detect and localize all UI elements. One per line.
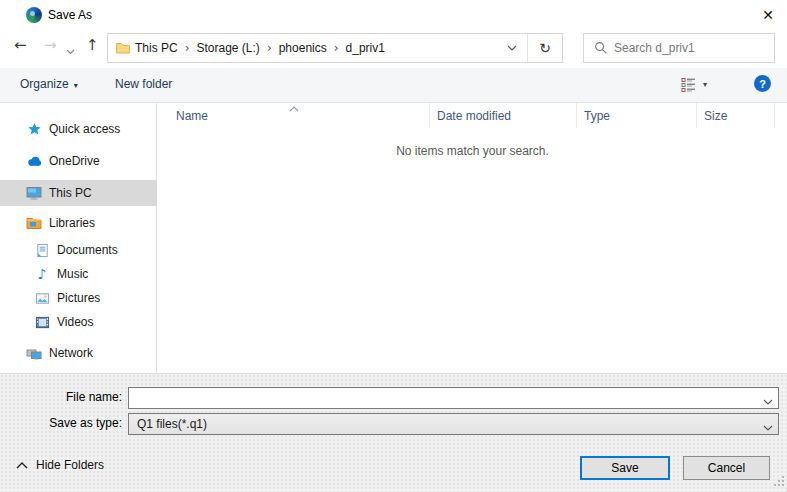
folder-icon[interactable] (115, 40, 131, 56)
sidebar-item-music[interactable]: ♪ Music (0, 262, 157, 286)
save-button[interactable]: Save (580, 456, 670, 480)
history-chevron-icon[interactable] (66, 44, 75, 58)
breadcrumb-storage-l[interactable]: Storage (L:) (193, 41, 264, 55)
help-icon[interactable]: ? (754, 75, 771, 92)
onedrive-cloud-icon (26, 153, 42, 169)
save-as-type-label: Save as type: (10, 416, 122, 430)
chevron-up-icon (16, 462, 28, 469)
file-name-input[interactable] (128, 387, 779, 409)
breadcrumb-d-priv1[interactable]: d_priv1 (342, 41, 389, 55)
sidebar-item-quick-access[interactable]: Quick access (0, 115, 157, 143)
sidebar-item-libraries[interactable]: Libraries (0, 210, 157, 236)
sidebar-item-label: Music (57, 267, 88, 281)
save-as-type-value: Q1 files(*.q1) (137, 417, 207, 431)
sort-ascending-icon (289, 101, 299, 115)
forward-icon[interactable]: → (44, 38, 57, 53)
column-header-date-modified[interactable]: Date modified (430, 103, 577, 128)
sidebar-item-label: Libraries (49, 216, 95, 230)
back-icon[interactable]: ← (14, 38, 27, 53)
organize-button[interactable]: Organize▾ (20, 77, 78, 91)
title-bar: Save As ✕ (0, 0, 787, 30)
music-note-icon: ♪ (34, 266, 50, 282)
column-header-row: Name Date modified Type Size (158, 103, 775, 128)
file-name-label: File name: (10, 390, 122, 404)
sidebar-item-label: Videos (57, 315, 93, 329)
hide-folders-label: Hide Folders (36, 458, 104, 472)
sidebar-item-videos[interactable]: Videos (0, 310, 157, 334)
hide-folders-button[interactable]: Hide Folders (16, 458, 104, 472)
column-header-size[interactable]: Size (697, 103, 775, 128)
sidebar-item-documents[interactable]: Documents (0, 238, 157, 262)
refresh-icon[interactable]: ↻ (528, 34, 562, 62)
resize-grip[interactable] (773, 475, 785, 490)
column-header-label: Size (704, 109, 727, 123)
videos-film-icon (34, 314, 50, 330)
save-as-type-combobox[interactable]: Q1 files(*.q1) (128, 413, 779, 435)
address-bar[interactable]: This PC › Storage (L:) › phoenics › d_pr… (107, 33, 563, 63)
address-dropdown-chevron-icon[interactable] (497, 45, 527, 51)
documents-icon (34, 242, 50, 258)
navigation-sidebar: Quick access OneDrive This PC Libraries (0, 103, 157, 373)
bottom-panel: File name: Save as type: Q1 files(*.q1) … (0, 373, 787, 492)
this-pc-monitor-icon (26, 185, 42, 201)
sidebar-item-this-pc[interactable]: This PC (0, 180, 157, 206)
organize-caret-icon: ▾ (74, 81, 78, 90)
app-icon (26, 7, 42, 23)
sidebar-item-onedrive[interactable]: OneDrive (0, 147, 157, 175)
empty-list-message: No items match your search. (158, 144, 787, 158)
view-caret-icon: ▾ (703, 80, 707, 89)
sidebar-item-pictures[interactable]: Pictures (0, 286, 157, 310)
new-folder-button[interactable]: New folder (115, 77, 172, 91)
sidebar-item-label: This PC (49, 186, 92, 200)
sidebar-item-label: Documents (57, 243, 118, 257)
search-icon (594, 41, 608, 55)
breadcrumb-separator-icon[interactable]: › (264, 41, 275, 55)
cancel-button[interactable]: Cancel (683, 456, 770, 480)
command-toolbar: Organize▾ New folder ▾ ? (0, 68, 787, 103)
breadcrumb-phoenics[interactable]: phoenics (275, 41, 331, 55)
view-options-button[interactable]: ▾ (680, 76, 707, 93)
column-header-label: Name (176, 109, 208, 123)
sidebar-item-label: Network (49, 346, 93, 360)
breadcrumb-this-pc[interactable]: This PC (131, 41, 182, 55)
sidebar-item-label: Quick access (49, 122, 120, 136)
pictures-icon (34, 290, 50, 306)
libraries-folder-icon (26, 215, 42, 231)
sidebar-item-label: OneDrive (49, 154, 100, 168)
close-icon[interactable]: ✕ (757, 4, 779, 26)
search-box[interactable] (583, 33, 775, 63)
search-input[interactable] (614, 41, 754, 55)
dialog-body: Quick access OneDrive This PC Libraries (0, 103, 787, 373)
dialog-title: Save As (48, 8, 92, 22)
column-header-label: Date modified (437, 109, 511, 123)
quick-access-star-icon (26, 121, 42, 137)
column-header-label: Type (584, 109, 610, 123)
column-header-type[interactable]: Type (577, 103, 697, 128)
up-icon[interactable]: ↑ (86, 38, 99, 53)
save-as-dialog: Save As ✕ ← → ↑ This PC › Storage (L:) ›… (0, 0, 787, 492)
sidebar-item-network[interactable]: Network (0, 340, 157, 366)
breadcrumb-separator-icon[interactable]: › (331, 41, 342, 55)
column-header-name[interactable]: Name (158, 103, 430, 128)
details-view-icon (680, 76, 697, 93)
network-icon (26, 345, 42, 361)
file-list-pane: Name Date modified Type Size No items ma… (158, 103, 787, 373)
breadcrumb-separator-icon[interactable]: › (182, 41, 193, 55)
sidebar-item-label: Pictures (57, 291, 100, 305)
